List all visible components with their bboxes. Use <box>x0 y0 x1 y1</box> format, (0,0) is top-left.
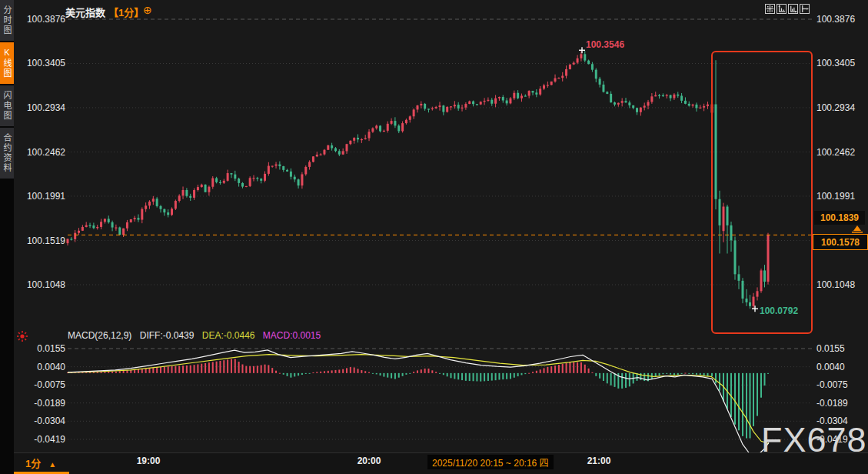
macd-histogram-bar <box>715 373 717 383</box>
macd-histogram-bar <box>152 368 154 373</box>
candle-body <box>290 172 292 177</box>
candle-body <box>684 101 687 104</box>
macd-histogram-bar <box>168 366 169 373</box>
macd-histogram-bar <box>417 370 418 372</box>
candle-body <box>100 222 102 227</box>
macd-histogram-bar <box>447 373 448 376</box>
candle-body <box>409 116 411 120</box>
macd-histogram-bar <box>119 371 121 373</box>
macd-histogram-bar <box>554 366 556 373</box>
macd-axis-label-left: 0.0155 <box>20 343 65 354</box>
y-axis-scale-icon[interactable] <box>777 4 787 14</box>
candle-body <box>160 206 162 209</box>
last-price-marker-icon <box>850 225 864 234</box>
candle-body <box>334 149 337 152</box>
candle-body <box>338 151 341 154</box>
pan-tool-icon[interactable] <box>765 4 775 14</box>
candle-body <box>122 229 125 235</box>
price-axis-label-left: 100.3405 <box>20 58 65 68</box>
candle-body <box>264 174 266 181</box>
candle-body <box>487 100 489 101</box>
candle-body <box>383 131 385 132</box>
candle-body <box>78 231 80 233</box>
candle-body <box>636 108 638 112</box>
candle-body <box>304 167 307 175</box>
macd-histogram-bar <box>350 367 351 373</box>
macd-axis-label-left: -0.0304 <box>20 416 65 426</box>
candle-body <box>610 94 612 102</box>
macd-histogram-bar <box>194 365 195 373</box>
candle-body <box>178 195 181 201</box>
candle-body <box>301 174 303 185</box>
candle-body <box>767 235 770 282</box>
candle-body <box>108 219 110 222</box>
macd-histogram-bar <box>111 372 113 373</box>
macd-histogram-bar <box>257 366 258 373</box>
candle-body <box>431 108 434 109</box>
macd-histogram-bar <box>681 373 683 374</box>
candle-body <box>234 175 236 179</box>
candle-body <box>353 138 355 141</box>
time-axis-label: 21:00 <box>587 456 611 466</box>
candle-body <box>211 179 214 187</box>
candle-body <box>584 54 586 60</box>
sidebar-tab-3[interactable]: 闪电图 <box>0 85 14 126</box>
candle-body <box>130 219 132 222</box>
macd-histogram-bar <box>514 373 515 378</box>
add-indicator-icon[interactable]: ⊕ <box>143 4 152 16</box>
indicator-settings-icon[interactable] <box>16 330 28 342</box>
sidebar-tab-1[interactable]: 分时图 <box>0 0 14 41</box>
macd-axis-label-left: -0.0189 <box>20 398 65 409</box>
x-axis-scale-icon[interactable] <box>788 4 798 14</box>
shift-chart-icon[interactable] <box>800 4 810 14</box>
chart-canvas[interactable] <box>0 0 868 474</box>
candle-body <box>361 139 363 140</box>
candle-body <box>673 95 675 98</box>
macd-histogram-bar <box>361 370 362 373</box>
sidebar-tab-4[interactable]: 合约资料 <box>0 128 14 179</box>
macd-histogram-bar <box>148 368 150 373</box>
macd-axis-label-left: -0.0075 <box>20 379 65 390</box>
interval-selector-button[interactable]: 1分▲ <box>14 453 69 474</box>
macd-histogram-bar <box>696 373 697 375</box>
candle-body <box>137 218 139 219</box>
candle-body <box>472 102 474 105</box>
macd-histogram-bar <box>126 370 128 373</box>
candle-body <box>688 104 690 105</box>
candle-body <box>134 218 136 219</box>
macd-histogram-bar <box>338 369 340 372</box>
candle-body <box>468 102 471 104</box>
macd-histogram-bar <box>108 372 109 373</box>
candle-body <box>331 145 333 149</box>
macd-histogram-bar <box>275 371 277 373</box>
candle-body <box>580 54 582 58</box>
candle-body <box>397 125 400 131</box>
candle-body <box>550 82 553 85</box>
candle-body <box>707 105 709 106</box>
candle-body <box>644 105 646 107</box>
macd-histogram-bar <box>659 373 660 376</box>
macd-histogram-bar <box>141 369 143 373</box>
macd-histogram-bar <box>331 370 333 372</box>
candle-body <box>439 105 441 107</box>
last-price-tag: 100.1578 <box>813 234 868 250</box>
macd-histogram-bar <box>264 365 266 373</box>
sidebar-tab-2[interactable]: K线图 <box>0 42 14 84</box>
candle-body <box>316 155 318 156</box>
candle-body <box>520 95 523 98</box>
candle-body <box>502 97 504 100</box>
candle-body <box>230 173 232 175</box>
candle-body <box>719 199 721 225</box>
reference-price-tag: 100.1839 <box>814 211 865 225</box>
candle-body <box>394 121 396 125</box>
symbol-name: 美元指数 <box>65 7 105 18</box>
candle-body <box>543 85 545 88</box>
macd-histogram-bar <box>320 372 321 373</box>
candle-body <box>506 101 508 104</box>
candle-body <box>640 108 642 112</box>
macd-histogram-bar <box>294 373 295 377</box>
price-axis-label-left: 100.2934 <box>20 102 65 113</box>
macd-histogram-bar <box>205 363 206 373</box>
candle-body <box>464 104 467 108</box>
macd-histogram-bar <box>757 373 758 416</box>
